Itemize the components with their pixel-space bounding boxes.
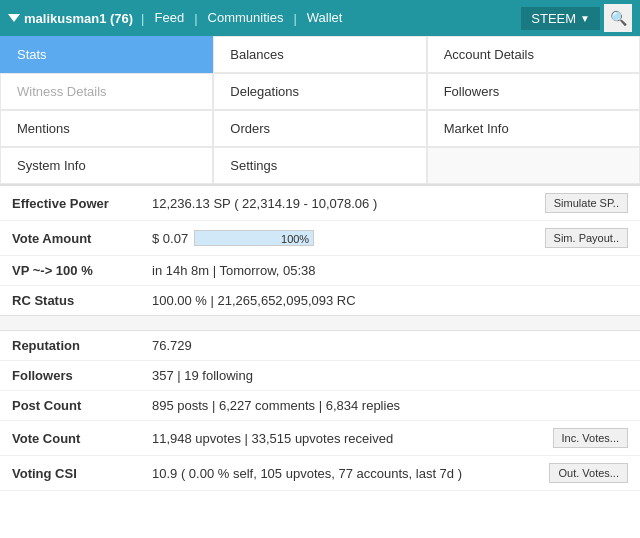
rc-status-value: 100.00 % | 21,265,652,095,093 RC xyxy=(140,286,533,316)
table-row: Vote Count 11,948 upvotes | 33,515 upvot… xyxy=(0,421,640,456)
nav-feed[interactable]: Feed xyxy=(145,0,195,36)
out-votes-button[interactable]: Out. Votes... xyxy=(549,463,628,483)
table-row: Vote Amount $ 0.07 100% Sim. Payout.. xyxy=(0,221,640,256)
vote-amount-value: $ 0.07 100% xyxy=(140,221,533,256)
table-row: RC Status 100.00 % | 21,265,652,095,093 … xyxy=(0,286,640,316)
vp-label: VP ~-> 100 % xyxy=(0,256,140,286)
menu-delegations[interactable]: Delegations xyxy=(213,73,426,110)
table-row: Reputation 76.729 xyxy=(0,331,640,361)
followers-action xyxy=(533,361,640,391)
search-button[interactable]: 🔍 xyxy=(604,4,632,32)
reputation-label: Reputation xyxy=(0,331,140,361)
voting-csi-action: Out. Votes... xyxy=(533,456,640,491)
rc-status-label: RC Status xyxy=(0,286,140,316)
vote-count-label: Vote Count xyxy=(0,421,140,456)
menu-mentions[interactable]: Mentions xyxy=(0,110,213,147)
menu-grid: Stats Balances Account Details Witness D… xyxy=(0,36,640,186)
nav-wallet[interactable]: Wallet xyxy=(297,0,353,36)
post-count-value: 895 posts | 6,227 comments | 6,834 repli… xyxy=(140,391,533,421)
followers-label: Followers xyxy=(0,361,140,391)
voting-csi-label: Voting CSI xyxy=(0,456,140,491)
section-gap xyxy=(0,316,640,331)
table-row: Voting CSI 10.9 ( 0.00 % self, 105 upvot… xyxy=(0,456,640,491)
menu-market-info[interactable]: Market Info xyxy=(427,110,640,147)
post-count-action xyxy=(533,391,640,421)
simulate-sp-button[interactable]: Simulate SP.. xyxy=(545,193,628,213)
vote-amount-action: Sim. Payout.. xyxy=(533,221,640,256)
inc-votes-button[interactable]: Inc. Votes... xyxy=(553,428,628,448)
vp-action xyxy=(533,256,640,286)
vote-amount-label: Vote Amount xyxy=(0,221,140,256)
steem-label: STEEM xyxy=(531,11,576,26)
table-row: Effective Power 12,236.13 SP ( 22,314.19… xyxy=(0,186,640,221)
sim-payout-button[interactable]: Sim. Payout.. xyxy=(545,228,628,248)
table-row: Post Count 895 posts | 6,227 comments | … xyxy=(0,391,640,421)
stats-section: Effective Power 12,236.13 SP ( 22,314.19… xyxy=(0,186,640,491)
top-nav: malikusman1 (76) | Feed | Communities | … xyxy=(0,0,640,36)
menu-followers[interactable]: Followers xyxy=(427,73,640,110)
voting-csi-value: 10.9 ( 0.00 % self, 105 upvotes, 77 acco… xyxy=(140,456,533,491)
menu-settings[interactable]: Settings xyxy=(213,147,426,184)
stats-table: Effective Power 12,236.13 SP ( 22,314.19… xyxy=(0,186,640,491)
menu-account-details[interactable]: Account Details xyxy=(427,36,640,73)
steem-button[interactable]: STEEM ▼ xyxy=(521,7,600,30)
effective-power-value: 12,236.13 SP ( 22,314.19 - 10,078.06 ) xyxy=(140,186,533,221)
brand-triangle-icon xyxy=(8,14,20,22)
vp-value: in 14h 8m | Tomorrow, 05:38 xyxy=(140,256,533,286)
search-icon: 🔍 xyxy=(610,10,627,26)
reputation-value: 76.729 xyxy=(140,331,533,361)
menu-witness-details: Witness Details xyxy=(0,73,213,110)
vote-bar: 100% xyxy=(194,230,314,246)
steem-dropdown-icon: ▼ xyxy=(580,13,590,24)
vote-count-value: 11,948 upvotes | 33,515 upvotes received xyxy=(140,421,533,456)
reputation-action xyxy=(533,331,640,361)
brand-label: malikusman1 (76) xyxy=(24,11,133,26)
rc-status-action xyxy=(533,286,640,316)
menu-orders[interactable]: Orders xyxy=(213,110,426,147)
nav-communities[interactable]: Communities xyxy=(198,0,294,36)
effective-power-label: Effective Power xyxy=(0,186,140,221)
menu-stats[interactable]: Stats xyxy=(0,36,213,73)
table-row: Followers 357 | 19 following xyxy=(0,361,640,391)
menu-balances[interactable]: Balances xyxy=(213,36,426,73)
vote-count-action: Inc. Votes... xyxy=(533,421,640,456)
effective-power-action: Simulate SP.. xyxy=(533,186,640,221)
table-row: VP ~-> 100 % in 14h 8m | Tomorrow, 05:38 xyxy=(0,256,640,286)
menu-empty xyxy=(427,147,640,184)
vote-amount-dollar: $ 0.07 xyxy=(152,231,188,246)
brand[interactable]: malikusman1 (76) xyxy=(8,11,133,26)
post-count-label: Post Count xyxy=(0,391,140,421)
menu-system-info[interactable]: System Info xyxy=(0,147,213,184)
followers-value: 357 | 19 following xyxy=(140,361,533,391)
vote-bar-label: 100% xyxy=(281,231,309,247)
